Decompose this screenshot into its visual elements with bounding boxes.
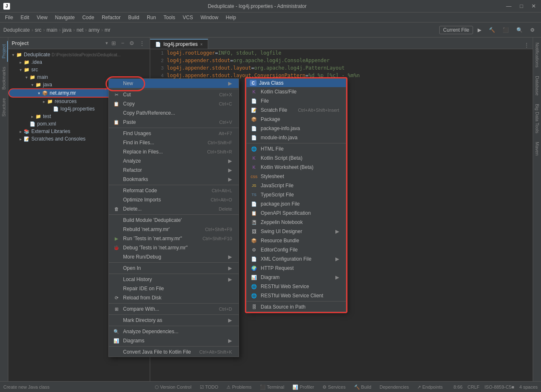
ctx-item-mark-directory[interactable]: Mark Directory as ▶ — [109, 316, 239, 325]
menu-navigate[interactable]: Navigate — [52, 14, 78, 21]
status-tab-terminal[interactable]: ⬛ Terminal — [256, 383, 288, 391]
breadcrumb-mr[interactable]: mr — [105, 27, 111, 33]
status-tab-profiler[interactable]: 📊 Profiler — [288, 383, 318, 391]
breadcrumb-net[interactable]: net — [76, 27, 83, 33]
ctx-item-rebuild[interactable]: Rebuild 'net.army.mr' Ctrl+Shift+F9 — [109, 225, 239, 234]
panel-more-btn[interactable]: ⋮ — [138, 39, 146, 47]
sidebar-tab-bookmarks[interactable]: Bookmarks — [0, 63, 8, 93]
menu-code[interactable]: Code — [79, 14, 98, 21]
submenu-item-editorconfig[interactable]: ⚙ EditorConfig File — [247, 245, 346, 254]
ctx-item-more-run[interactable]: More Run/Debug ▶ — [109, 252, 239, 261]
submenu-item-package[interactable]: 📦 Package — [247, 115, 346, 124]
run-button[interactable]: ▶ — [475, 26, 484, 34]
ctx-item-analyze-deps[interactable]: 🔍 Analyze Dependencies... — [109, 327, 239, 336]
ctx-item-diagrams[interactable]: 📊 Diagrams ▶ — [109, 336, 239, 345]
submenu-item-restful-ws[interactable]: 🌐 RESTful Web Service — [247, 282, 346, 291]
breadcrumb-java[interactable]: java — [62, 27, 71, 33]
sidebar-tab-project[interactable]: Project — [0, 41, 8, 62]
editor-tab-log4j[interactable]: 📄 log4j.properties × — [150, 39, 208, 49]
breadcrumb-src[interactable]: src — [35, 27, 41, 33]
ctx-item-run-tests[interactable]: ▶ Run 'Tests in 'net.army.mr'' Ctrl+Shif… — [109, 234, 239, 243]
ctx-item-find-in-files[interactable]: Find in Files... Ctrl+Shift+F — [109, 138, 239, 147]
submenu-item-module-info[interactable]: 📄 module-info.java — [247, 133, 346, 142]
right-tab-notifications[interactable]: Notifications — [534, 39, 541, 71]
ctx-item-convert-java[interactable]: Convert Java File to Kotlin File Ctrl+Al… — [109, 347, 239, 357]
menu-build[interactable]: Build — [125, 14, 143, 21]
status-tab-endpoints[interactable]: ↗ Endpoints — [413, 383, 447, 391]
run-config-button[interactable]: Current File — [439, 26, 473, 34]
menu-vcs[interactable]: VCS — [179, 14, 196, 21]
ctx-item-optimize-imports[interactable]: Optimize Imports Ctrl+Alt+O — [109, 195, 239, 204]
submenu-item-scratch-file[interactable]: 📝 Scratch File Ctrl+Alt+Shift+Insert — [247, 106, 346, 115]
submenu-item-stylesheet[interactable]: css Stylesheet — [247, 172, 346, 181]
submenu-item-file[interactable]: 📄 File — [247, 96, 346, 106]
status-crlf[interactable]: CRLF — [468, 384, 480, 389]
ctx-item-cut[interactable]: ✂ Cut Ctrl+X — [109, 90, 239, 99]
ctx-item-debug-tests[interactable]: 🐞 Debug 'Tests in 'net.army.mr'' — [109, 243, 239, 252]
status-tab-services[interactable]: ⚙ Services — [318, 383, 350, 391]
panel-dropdown-icon[interactable]: ▾ — [106, 40, 108, 46]
submenu-item-kotlin-class[interactable]: K Kotlin Class/File — [247, 87, 346, 96]
status-tab-vcs[interactable]: ⬡ Version Control — [151, 383, 196, 391]
submenu-item-openapi[interactable]: 📋 OpenAPI Specification — [247, 209, 346, 218]
ctx-item-copy[interactable]: 📋 Copy Ctrl+C — [109, 99, 239, 108]
tree-item-deduplicate[interactable]: ▾ 📁 Deduplicate D:\Projects\IdeaProjects… — [8, 51, 150, 58]
tab-close-log4j[interactable]: × — [200, 42, 203, 47]
submenu-item-packagejson[interactable]: 📄 package.json File — [247, 199, 346, 209]
panel-gear-btn[interactable]: ⚙ — [128, 39, 136, 47]
submenu-item-http-request[interactable]: 🌍 HTTP Request — [247, 264, 346, 273]
submenu-item-java-class[interactable]: C Java Class — [247, 79, 346, 87]
menu-refactor[interactable]: Refactor — [98, 14, 124, 21]
status-tab-dependencies[interactable]: Dependencies — [375, 383, 413, 391]
status-tab-build[interactable]: 🔨 Build — [350, 383, 376, 391]
submenu-item-diagram[interactable]: 📊 Diagram ▶ — [247, 273, 346, 282]
submenu-item-kotlin-worksheet[interactable]: K Kotlin Worksheet (Beta) — [247, 163, 346, 172]
ctx-item-paste[interactable]: 📋 Paste Ctrl+V — [109, 118, 239, 127]
submenu-item-datasource[interactable]: 🗄 Data Source in Path — [247, 302, 346, 312]
ctx-item-analyze[interactable]: Analyze ▶ — [109, 156, 239, 166]
sidebar-tab-structure[interactable]: Structure — [0, 95, 8, 120]
panel-layout-btn[interactable]: ⊞ — [110, 39, 118, 47]
ctx-item-find-usages[interactable]: Find Usages Alt+F7 — [109, 129, 239, 138]
status-encoding[interactable]: ISO-8859-C5■ — [485, 384, 514, 389]
ctx-item-refactor[interactable]: Refactor ▶ — [109, 166, 239, 175]
submenu-item-zeppelin[interactable]: 📓 Zeppelin Notebook — [247, 218, 346, 227]
ctx-item-repair-ide[interactable]: Repair IDE on File — [109, 284, 239, 293]
settings-button[interactable]: ⚙ — [527, 26, 538, 34]
close-button[interactable]: ✕ — [530, 2, 538, 10]
menu-file[interactable]: File — [2, 14, 16, 21]
ctx-item-copy-path[interactable]: Copy Path/Reference... — [109, 108, 239, 118]
submenu-item-package-info[interactable]: 📄 package-info.java — [247, 124, 346, 133]
ctx-item-replace-in-files[interactable]: Replace in Files... Ctrl+Shift+R — [109, 147, 239, 156]
submenu-item-kotlin-script[interactable]: K Kotlin Script (Beta) — [247, 153, 346, 163]
ctx-item-delete[interactable]: 🗑 Delete... Delete — [109, 204, 239, 214]
menu-edit[interactable]: Edit — [17, 14, 33, 21]
ctx-item-open-in[interactable]: Open In ▶ — [109, 264, 239, 273]
right-tab-database[interactable]: Database — [534, 73, 541, 99]
breadcrumb-main[interactable]: main — [46, 27, 57, 33]
ctx-item-bookmarks[interactable]: Bookmarks ▶ — [109, 175, 239, 184]
menu-view[interactable]: View — [33, 14, 51, 21]
tree-item-src[interactable]: ▾ 📁 src — [8, 66, 150, 73]
submenu-item-restful-client[interactable]: 🌐 RESTful Web Service Client — [247, 291, 346, 300]
panel-collapse-btn[interactable]: − — [119, 39, 126, 47]
ctx-item-reload-disk[interactable]: ⟳ Reload from Disk — [109, 293, 239, 302]
ctx-item-reformat[interactable]: Reformat Code Ctrl+Alt+L — [109, 186, 239, 195]
ctx-item-local-history[interactable]: Local History ▶ — [109, 275, 239, 284]
build-button[interactable]: 🔨 — [486, 26, 498, 34]
status-tab-problems[interactable]: ⚠ Problems — [222, 383, 256, 391]
ctx-item-new[interactable]: New ▶ — [109, 79, 239, 88]
tree-item-idea[interactable]: ▸ 📁 .idea — [8, 58, 150, 66]
menu-tools[interactable]: Tools — [160, 14, 179, 21]
submenu-item-resource-bundle[interactable]: 📦 Resource Bundle — [247, 236, 346, 245]
submenu-item-html[interactable]: 🌐 HTML File — [247, 144, 346, 153]
right-tab-maven[interactable]: Maven — [534, 138, 541, 159]
ctx-item-build-module[interactable]: Build Module 'Deduplicate' — [109, 216, 239, 225]
minimize-button[interactable]: — — [504, 2, 513, 10]
search-button[interactable]: 🔍 — [513, 26, 526, 34]
status-indent[interactable]: 4 spaces — [519, 384, 538, 389]
menu-run[interactable]: Run — [143, 14, 159, 21]
submenu-item-ts[interactable]: TS TypeScript File — [247, 190, 346, 199]
status-tab-todo[interactable]: ☑ TODO — [196, 383, 222, 391]
menu-window[interactable]: Window — [197, 14, 222, 21]
